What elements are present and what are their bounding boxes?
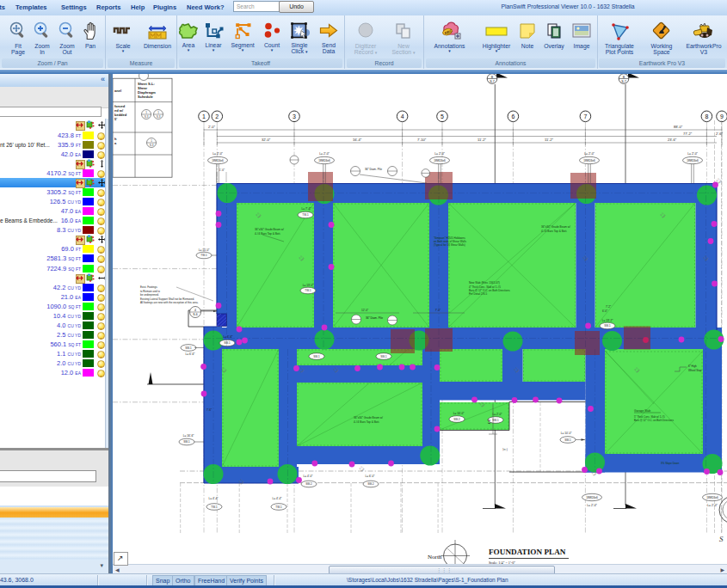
svg-text:SW-1: SW-1 [564,438,571,442]
svg-text:L= 6′-0″: L= 6′-0″ [366,475,376,478]
svg-text:23'-6″: 23'-6″ [668,138,677,142]
svg-text:7: 7 [583,113,587,119]
svg-text:11'-2″: 11'-2″ [477,138,486,142]
svg-text:3: 3 [293,113,296,119]
svg-text:32'-0″: 32'-0″ [262,138,271,142]
svg-text:Per Detail 2/S-5: Per Detail 2/S-5 [469,292,488,296]
svg-text:18W24x6: 18W24x6 [318,159,330,162]
svg-text:1: 1 [202,113,206,119]
svg-text:TW-1: TW-1 [211,505,218,509]
svg-text:4: 4 [401,113,404,119]
svg-text:36″x30″ Grade Beam w/: 36″x30″ Grade Beam w/ [255,228,284,231]
svg-text:S: S [719,535,724,543]
svg-text:4-#4 Bars Top & Bott.: 4-#4 Bars Top & Bott. [541,230,567,233]
svg-text:L= 4′-4″: L= 4′-4″ [273,497,283,500]
svg-text:5′: 5′ [114,117,117,121]
svg-text:L= 6′-6″: L= 6′-6″ [186,352,196,356]
svg-text:2'-0″: 2'-0″ [208,125,216,129]
svg-text:SW-1: SW-1 [380,355,387,358]
svg-text:SW-1: SW-1 [224,341,231,345]
svg-text:TW-1: TW-1 [275,505,282,509]
svg-text:Exist. Footings: Exist. Footings [140,285,157,289]
svg-text:16'-4″: 16'-4″ [353,138,362,142]
svg-text:6: 6 [511,113,514,119]
svg-text:4-#4 Bars Top & Bott.: 4-#4 Bars Top & Bott. [255,232,280,236]
svg-text:L= 10′-0″: L= 10′-0″ [453,412,465,415]
svg-text:L= 7′-4″: L= 7′-4″ [302,207,312,211]
svg-text:18W24x6: 18W24x6 [586,496,598,499]
svg-text:TW-1: TW-1 [305,289,311,292]
svg-text:11'-2″: 11'-2″ [545,138,553,142]
svg-text:8: 8 [705,113,708,119]
svg-text:2'-6″: 2'-6″ [716,132,724,136]
svg-text:7′-0″: 7′-0″ [435,309,441,312]
svg-text:(Typical for 16 Shear Walls): (Typical for 16 Shear Walls) [434,243,465,247]
svg-text:12′-0″: 12′-0″ [361,309,369,312]
svg-text:7′-6″: 7′-6″ [206,408,212,412]
svg-text:7′-2″: 7′-2″ [606,305,611,309]
svg-text:36″ Diam. Pile: 36″ Diam. Pile [366,316,383,320]
svg-text:Schedule: Schedule [138,95,154,99]
svg-text:3% Slope Down: 3% Slope Down [661,462,680,465]
svg-text:18W24x6: 18W24x6 [583,159,595,162]
svg-text:Bars @ 12″ O.C. on Both Direct: Bars @ 12″ O.C. on Both Directions [634,419,674,422]
svg-text:L= 2′-0″: L= 2′-0″ [434,152,445,156]
svg-text:36″ Diam. Pile: 36″ Diam. Pile [365,168,382,171]
svg-text:S-7: S-7 [621,80,626,83]
svg-text:L= 10′-0″: L= 10′-0″ [561,432,572,435]
svg-text:L= 2′-0″: L= 2′-0″ [213,152,223,156]
svg-text:1′-6″: 1′-6″ [219,168,225,172]
svg-text:SW-1: SW-1 [183,440,190,444]
svg-text:6″ High: 6″ High [688,364,697,368]
svg-text:L= 15′-0″: L= 15′-0″ [199,248,210,252]
svg-text:5: 5 [441,113,444,119]
svg-text:S-3: S-3 [145,115,149,119]
svg-text:2: 2 [215,113,219,119]
svg-text:L= 16′-6″: L= 16′-6″ [183,434,194,438]
svg-text:18W24x6: 18W24x6 [212,159,224,162]
svg-text:Garage Slab: Garage Slab [634,409,650,413]
svg-text:L= 13′-0″: L= 13′-0″ [303,284,314,287]
svg-text:SW-2: SW-2 [305,482,312,486]
svg-text:L= 4′-4″: L= 4′-4″ [209,497,219,500]
svg-text:SW-1: SW-1 [313,355,320,358]
svg-text:L= 13′-2″: L= 13′-2″ [602,319,613,322]
svg-text:4: 4 [194,309,196,312]
svg-text:Existing Lateral Support Shall: Existing Lateral Support Shall not be Re… [140,297,194,301]
svg-text:be underpinned.: be underpinned. [140,293,159,297]
svg-text:North: North [428,554,442,560]
svg-text:TW-1: TW-1 [200,254,207,257]
svg-text:SW-2: SW-2 [367,482,374,486]
svg-text:S-3: S-3 [157,115,161,119]
svg-text:18W24x6: 18W24x6 [687,159,699,162]
svg-text:SW-2: SW-2 [453,418,460,421]
svg-text:TW-1: TW-1 [302,213,309,217]
svg-text:L= 2′-0″: L= 2′-0″ [587,504,597,507]
svg-text:6′-0″: 6′-0″ [602,309,607,313]
svg-text:4-#4 Bars Top & Bott.: 4-#4 Bars Top & Bott. [354,420,379,424]
svg-text:36″x30″ Grade Beam w/: 36″x30″ Grade Beam w/ [541,225,570,229]
svg-text:FOUNDATION PLAN: FOUNDATION PLAN [489,548,566,556]
svg-text:SW-1: SW-1 [604,324,611,328]
svg-text:L= 2′-0″: L= 2′-0″ [319,152,330,156]
svg-text:anel: anel [114,89,121,93]
svg-text:SW-1: SW-1 [185,346,192,350]
svg-text:Wheel Stop: Wheel Stop [688,369,702,372]
svg-text:New Slab (Elev. 1341.07): New Slab (Elev. 1341.07) [469,281,500,285]
svg-text:L= 6′-6″: L= 6′-6″ [224,335,234,339]
svg-text:18W24x6: 18W24x6 [706,496,718,499]
svg-text:⌉n:⌋: ⌉n:⌋ [502,448,508,451]
svg-text:L= 4′-0″: L= 4′-0″ [304,475,314,478]
svg-text:to Remain and to: to Remain and to [140,290,160,293]
svg-text:SW-1: SW-1 [492,419,499,422]
svg-text:9: 9 [720,113,724,119]
svg-text:L= 2′-0″: L= 2′-0″ [707,504,718,507]
svg-text:L= 2′-0″: L= 2′-0″ [584,152,595,156]
svg-text:88'-0″: 88'-0″ [674,125,683,129]
svg-text:18W24x6: 18W24x6 [434,159,446,162]
svg-text:L= 2′-0″: L= 2′-0″ [493,413,503,416]
svg-text:S-7: S-7 [490,80,495,83]
svg-text:All footings are new with the: All footings are new with the exception … [140,301,199,304]
svg-text:L= 2′-0″: L= 2′-0″ [687,152,698,156]
svg-text:36″x30″ Grade Beam w/: 36″x30″ Grade Beam w/ [354,416,383,420]
